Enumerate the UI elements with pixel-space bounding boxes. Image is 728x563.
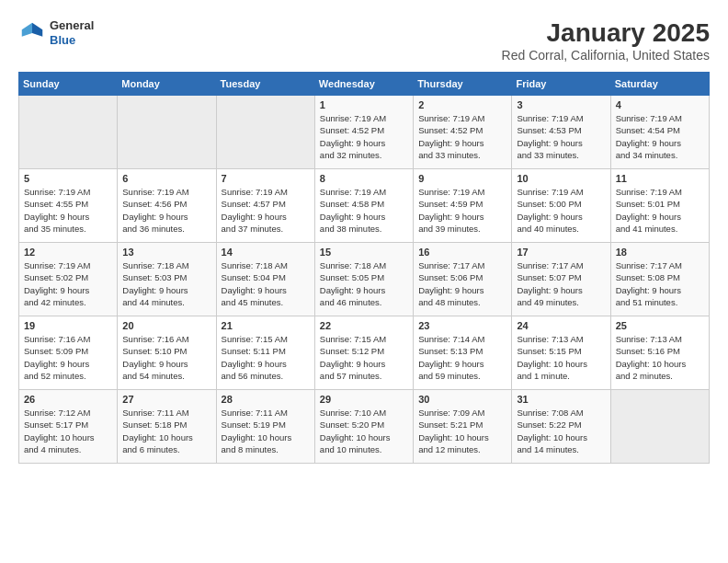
- calendar-cell: 24Sunrise: 7:13 AM Sunset: 5:15 PM Dayli…: [512, 316, 610, 390]
- day-info: Sunrise: 7:19 AM Sunset: 4:58 PM Dayligh…: [320, 186, 408, 235]
- day-number: 12: [24, 247, 112, 258]
- day-info: Sunrise: 7:12 AM Sunset: 5:17 PM Dayligh…: [24, 407, 112, 455]
- weekday-header: Sunday: [19, 73, 118, 96]
- calendar-cell: 12Sunrise: 7:19 AM Sunset: 5:02 PM Dayli…: [19, 243, 118, 316]
- calendar-cell: 15Sunrise: 7:18 AM Sunset: 5:05 PM Dayli…: [314, 243, 413, 316]
- day-number: 8: [320, 173, 408, 184]
- weekday-header: Saturday: [610, 73, 709, 96]
- day-number: 18: [616, 247, 704, 258]
- day-number: 11: [616, 173, 704, 184]
- calendar-cell: 16Sunrise: 7:17 AM Sunset: 5:06 PM Dayli…: [414, 243, 512, 316]
- day-info: Sunrise: 7:19 AM Sunset: 4:59 PM Dayligh…: [418, 186, 506, 235]
- day-info: Sunrise: 7:19 AM Sunset: 4:56 PM Dayligh…: [122, 186, 210, 235]
- day-info: Sunrise: 7:10 AM Sunset: 5:20 PM Dayligh…: [320, 407, 408, 455]
- day-info: Sunrise: 7:19 AM Sunset: 4:52 PM Dayligh…: [320, 112, 408, 161]
- day-number: 5: [24, 173, 112, 184]
- day-info: Sunrise: 7:13 AM Sunset: 5:16 PM Dayligh…: [616, 333, 704, 382]
- day-info: Sunrise: 7:19 AM Sunset: 4:53 PM Dayligh…: [517, 112, 605, 161]
- day-number: 20: [122, 320, 210, 331]
- logo-blue-text: Blue: [50, 33, 94, 48]
- day-info: Sunrise: 7:16 AM Sunset: 5:09 PM Dayligh…: [24, 333, 112, 382]
- calendar-cell: 14Sunrise: 7:18 AM Sunset: 5:04 PM Dayli…: [216, 243, 314, 316]
- calendar-title: January 2025: [502, 18, 710, 48]
- day-info: Sunrise: 7:18 AM Sunset: 5:03 PM Dayligh…: [122, 259, 210, 308]
- calendar-cell: 27Sunrise: 7:11 AM Sunset: 5:18 PM Dayli…: [118, 390, 216, 464]
- calendar-cell: 13Sunrise: 7:18 AM Sunset: 5:03 PM Dayli…: [118, 243, 216, 316]
- weekday-header: Tuesday: [216, 73, 314, 96]
- calendar-cell: [118, 96, 216, 169]
- calendar-cell: 5Sunrise: 7:19 AM Sunset: 4:55 PM Daylig…: [19, 169, 118, 243]
- page-header: General Blue January 2025 Red Corral, Ca…: [18, 18, 710, 63]
- day-info: Sunrise: 7:19 AM Sunset: 4:57 PM Dayligh…: [222, 186, 310, 235]
- calendar-cell: 7Sunrise: 7:19 AM Sunset: 4:57 PM Daylig…: [216, 169, 314, 243]
- logo: General Blue: [18, 18, 94, 47]
- calendar-week-row: 12Sunrise: 7:19 AM Sunset: 5:02 PM Dayli…: [19, 243, 710, 316]
- day-info: Sunrise: 7:19 AM Sunset: 4:52 PM Dayligh…: [418, 112, 506, 161]
- day-info: Sunrise: 7:19 AM Sunset: 5:02 PM Dayligh…: [24, 259, 112, 308]
- day-info: Sunrise: 7:13 AM Sunset: 5:15 PM Dayligh…: [517, 333, 605, 382]
- calendar-cell: [19, 96, 118, 169]
- calendar-cell: 22Sunrise: 7:15 AM Sunset: 5:12 PM Dayli…: [314, 316, 413, 390]
- logo-general-text: General: [50, 18, 94, 33]
- day-info: Sunrise: 7:19 AM Sunset: 5:00 PM Dayligh…: [517, 186, 605, 235]
- day-number: 26: [24, 394, 112, 405]
- calendar-cell: 6Sunrise: 7:19 AM Sunset: 4:56 PM Daylig…: [118, 169, 216, 243]
- calendar-cell: 1Sunrise: 7:19 AM Sunset: 4:52 PM Daylig…: [314, 96, 413, 169]
- day-number: 9: [418, 173, 506, 184]
- calendar-cell: 19Sunrise: 7:16 AM Sunset: 5:09 PM Dayli…: [19, 316, 118, 390]
- calendar-cell: 2Sunrise: 7:19 AM Sunset: 4:52 PM Daylig…: [414, 96, 512, 169]
- logo-icon: [18, 19, 46, 47]
- day-info: Sunrise: 7:08 AM Sunset: 5:22 PM Dayligh…: [517, 407, 605, 455]
- day-number: 16: [418, 247, 506, 258]
- day-info: Sunrise: 7:15 AM Sunset: 5:11 PM Dayligh…: [222, 333, 310, 382]
- calendar-cell: 3Sunrise: 7:19 AM Sunset: 4:53 PM Daylig…: [512, 96, 610, 169]
- day-number: 17: [517, 247, 605, 258]
- day-number: 7: [222, 173, 310, 184]
- calendar-cell: 11Sunrise: 7:19 AM Sunset: 5:01 PM Dayli…: [610, 169, 709, 243]
- calendar-cell: 26Sunrise: 7:12 AM Sunset: 5:17 PM Dayli…: [19, 390, 118, 464]
- day-info: Sunrise: 7:19 AM Sunset: 4:54 PM Dayligh…: [616, 112, 704, 161]
- svg-marker-1: [22, 22, 32, 36]
- weekday-header: Monday: [118, 73, 216, 96]
- day-info: Sunrise: 7:14 AM Sunset: 5:13 PM Dayligh…: [418, 333, 506, 382]
- calendar-week-row: 26Sunrise: 7:12 AM Sunset: 5:17 PM Dayli…: [19, 390, 710, 464]
- day-info: Sunrise: 7:18 AM Sunset: 5:04 PM Dayligh…: [222, 259, 310, 308]
- calendar-cell: 9Sunrise: 7:19 AM Sunset: 4:59 PM Daylig…: [414, 169, 512, 243]
- day-info: Sunrise: 7:09 AM Sunset: 5:21 PM Dayligh…: [418, 407, 506, 455]
- day-number: 2: [418, 99, 506, 110]
- calendar-cell: 10Sunrise: 7:19 AM Sunset: 5:00 PM Dayli…: [512, 169, 610, 243]
- calendar-cell: [216, 96, 314, 169]
- calendar-cell: 4Sunrise: 7:19 AM Sunset: 4:54 PM Daylig…: [610, 96, 709, 169]
- day-number: 19: [24, 320, 112, 331]
- calendar-cell: 28Sunrise: 7:11 AM Sunset: 5:19 PM Dayli…: [216, 390, 314, 464]
- calendar-cell: 31Sunrise: 7:08 AM Sunset: 5:22 PM Dayli…: [512, 390, 610, 464]
- calendar-cell: 30Sunrise: 7:09 AM Sunset: 5:21 PM Dayli…: [414, 390, 512, 464]
- title-section: January 2025 Red Corral, California, Uni…: [502, 18, 710, 63]
- day-number: 30: [418, 394, 506, 405]
- day-number: 15: [320, 247, 408, 258]
- day-info: Sunrise: 7:17 AM Sunset: 5:06 PM Dayligh…: [418, 259, 506, 308]
- day-number: 27: [122, 394, 210, 405]
- day-number: 14: [222, 247, 310, 258]
- calendar-cell: 18Sunrise: 7:17 AM Sunset: 5:08 PM Dayli…: [610, 243, 709, 316]
- weekday-header-row: SundayMondayTuesdayWednesdayThursdayFrid…: [19, 73, 710, 96]
- svg-marker-0: [32, 22, 42, 36]
- day-number: 28: [222, 394, 310, 405]
- calendar-cell: 23Sunrise: 7:14 AM Sunset: 5:13 PM Dayli…: [414, 316, 512, 390]
- weekday-header: Friday: [512, 73, 610, 96]
- day-info: Sunrise: 7:18 AM Sunset: 5:05 PM Dayligh…: [320, 259, 408, 308]
- day-number: 13: [122, 247, 210, 258]
- calendar-week-row: 1Sunrise: 7:19 AM Sunset: 4:52 PM Daylig…: [19, 96, 710, 169]
- day-number: 21: [222, 320, 310, 331]
- day-number: 3: [517, 99, 605, 110]
- day-number: 6: [122, 173, 210, 184]
- calendar-cell: [610, 390, 709, 464]
- day-info: Sunrise: 7:16 AM Sunset: 5:10 PM Dayligh…: [122, 333, 210, 382]
- calendar-cell: 8Sunrise: 7:19 AM Sunset: 4:58 PM Daylig…: [314, 169, 413, 243]
- day-number: 4: [616, 99, 704, 110]
- day-info: Sunrise: 7:19 AM Sunset: 4:55 PM Dayligh…: [24, 186, 112, 235]
- day-number: 10: [517, 173, 605, 184]
- day-number: 1: [320, 99, 408, 110]
- day-info: Sunrise: 7:11 AM Sunset: 5:19 PM Dayligh…: [222, 407, 310, 455]
- weekday-header: Thursday: [414, 73, 512, 96]
